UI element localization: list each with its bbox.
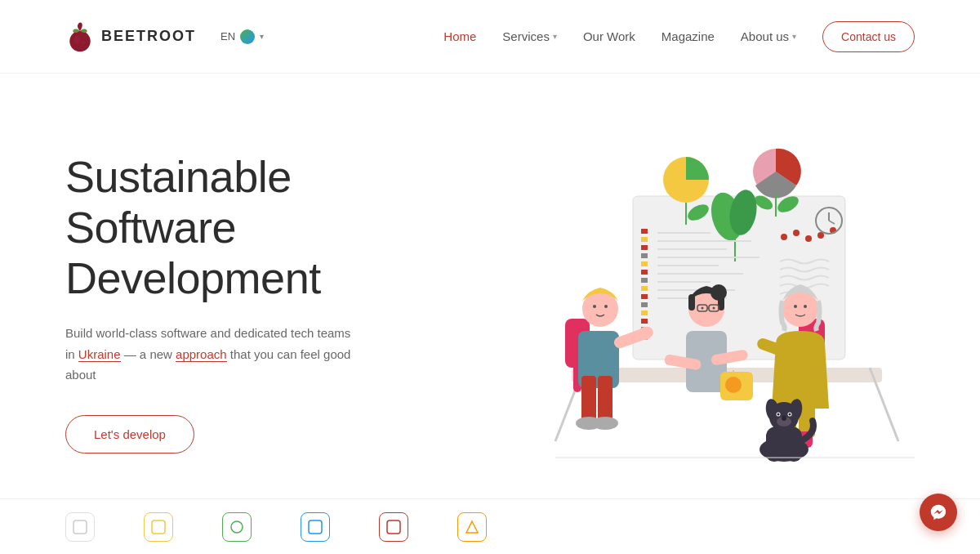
hero-description: Build world-class software and dedicated… [65, 323, 359, 386]
approach-link[interactable]: approach [176, 347, 227, 362]
svg-point-0 [69, 30, 90, 51]
lets-develop-button[interactable]: Let's develop [65, 415, 194, 453]
globe-icon [240, 29, 255, 44]
bottom-item-6 [457, 512, 487, 542]
nav-home[interactable]: Home [443, 29, 476, 43]
svg-rect-22 [641, 294, 648, 299]
bottom-item-4 [301, 512, 330, 542]
nav-services[interactable]: Services ▾ [502, 29, 557, 43]
bottom-icon-4 [301, 512, 330, 542]
header: BEETROOT EN ▾ Home Services ▾ Our Work M… [0, 0, 980, 74]
svg-line-47 [870, 368, 898, 441]
svg-point-97 [789, 413, 791, 416]
illustration-svg [506, 131, 915, 474]
svg-rect-14 [641, 229, 648, 234]
svg-point-57 [604, 305, 608, 308]
svg-point-103 [231, 521, 243, 533]
hero-content: Sustainable Software Development Build w… [65, 151, 457, 453]
svg-rect-25 [641, 319, 648, 324]
svg-rect-101 [74, 520, 87, 534]
svg-point-56 [593, 305, 596, 308]
hero-title: Sustainable Software Development [65, 151, 457, 303]
svg-rect-19 [641, 270, 648, 275]
chevron-down-icon: ▾ [260, 32, 264, 41]
svg-point-38 [793, 230, 800, 236]
svg-point-37 [781, 234, 787, 240]
svg-point-2 [81, 40, 85, 44]
svg-point-81 [794, 305, 797, 308]
svg-point-73 [725, 377, 742, 393]
svg-rect-15 [641, 237, 648, 242]
chat-widget[interactable] [920, 494, 957, 531]
logo-icon [65, 20, 95, 53]
main-nav: Home Services ▾ Our Work Magazine About … [443, 21, 915, 52]
svg-rect-17 [641, 253, 648, 258]
header-left: BEETROOT EN ▾ [65, 20, 264, 53]
hero-illustration [506, 131, 915, 474]
svg-point-93 [782, 416, 786, 421]
bottom-icon-3 [222, 512, 252, 542]
svg-point-67 [702, 307, 704, 310]
nav-our-work[interactable]: Our Work [583, 29, 635, 43]
svg-rect-51 [581, 376, 596, 421]
nav-magazine[interactable]: Magazine [662, 29, 715, 43]
bottom-icon-1 [65, 512, 95, 542]
svg-rect-102 [152, 520, 165, 534]
svg-point-82 [804, 305, 807, 308]
svg-rect-20 [641, 278, 648, 283]
svg-point-96 [777, 413, 780, 416]
bottom-icon-2 [144, 512, 173, 542]
svg-point-54 [592, 417, 618, 430]
logo[interactable]: BEETROOT [65, 20, 196, 53]
nav-about-us[interactable]: About us ▾ [741, 29, 796, 43]
bottom-icon-5 [379, 512, 408, 542]
svg-rect-52 [598, 376, 612, 421]
bottom-item-1 [65, 512, 95, 542]
logo-text: BEETROOT [101, 28, 196, 45]
svg-point-39 [805, 235, 812, 242]
lang-label: EN [220, 30, 235, 42]
svg-point-68 [713, 307, 715, 310]
hero-section: Sustainable Software Development Build w… [0, 74, 980, 498]
bottom-item-3 [222, 512, 252, 542]
bottom-icon-6 [457, 512, 487, 542]
svg-rect-24 [641, 311, 648, 315]
svg-rect-21 [641, 286, 648, 291]
svg-point-1 [74, 36, 80, 43]
svg-rect-105 [387, 520, 400, 534]
svg-point-71 [710, 284, 727, 301]
svg-rect-23 [641, 302, 648, 307]
ukraine-link[interactable]: Ukraine [78, 347, 121, 362]
about-chevron-icon: ▾ [792, 32, 796, 41]
svg-rect-18 [641, 261, 648, 266]
services-chevron-icon: ▾ [553, 32, 557, 41]
messenger-icon [929, 503, 947, 521]
bottom-bar [0, 498, 980, 554]
svg-rect-62 [688, 294, 695, 311]
lang-selector[interactable]: EN ▾ [220, 29, 264, 44]
svg-rect-16 [641, 245, 648, 250]
contact-button[interactable]: Contact us [822, 21, 915, 52]
svg-point-59 [639, 327, 652, 340]
svg-rect-104 [309, 520, 322, 534]
bottom-item-2 [144, 512, 173, 542]
bottom-item-5 [379, 512, 408, 542]
